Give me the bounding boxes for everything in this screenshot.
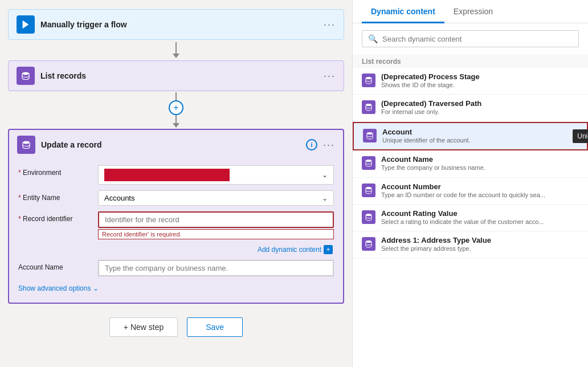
record-identifier-input[interactable] bbox=[98, 211, 334, 228]
record-identifier-error: Record identifier' is required. bbox=[98, 229, 334, 239]
update-record-more-button[interactable]: ··· bbox=[323, 139, 335, 151]
bottom-actions: + New step Save bbox=[8, 317, 344, 337]
entity-name-label: Entity Name bbox=[18, 190, 92, 202]
trigger-more-button[interactable]: ··· bbox=[324, 19, 336, 31]
new-step-button[interactable]: + New step bbox=[109, 317, 178, 337]
left-panel: Manually trigger a flow ··· List records… bbox=[0, 0, 352, 367]
dynamic-item-icon-5 bbox=[362, 210, 375, 224]
right-panel: Dynamic content Expression 🔍 List record… bbox=[352, 0, 588, 367]
dynamic-item-desc-0: Shows the ID of the stage. bbox=[381, 81, 579, 89]
dynamic-item-title-4: Account Number bbox=[381, 182, 579, 191]
svg-point-4 bbox=[366, 104, 371, 106]
plus-connector: + bbox=[169, 92, 183, 128]
dynamic-item-icon-1 bbox=[362, 100, 375, 114]
dynamic-item-icon-0 bbox=[362, 74, 375, 87]
account-name-row: Account Name bbox=[18, 260, 334, 276]
environment-label: Environment bbox=[18, 165, 92, 177]
dynamic-content-search-input[interactable] bbox=[382, 35, 573, 43]
search-icon: 🔍 bbox=[368, 34, 378, 43]
dynamic-item-content-5: Account Rating Value Select a rating to … bbox=[381, 209, 579, 226]
chevron-down-icon: ⌄ bbox=[93, 284, 99, 292]
trigger-card: Manually trigger a flow ··· bbox=[8, 9, 344, 40]
dynamic-item-title-6: Address 1: Address Type Value bbox=[381, 236, 579, 244]
environment-chevron: ⌄ bbox=[322, 171, 328, 179]
trigger-title: Manually trigger a flow bbox=[40, 20, 318, 29]
add-step-button[interactable]: + bbox=[169, 100, 183, 115]
svg-marker-0 bbox=[23, 21, 29, 28]
dynamic-item-3[interactable]: Account Name Type the company or busines… bbox=[353, 150, 588, 177]
dynamic-item-content-1: (Deprecated) Traversed Path For internal… bbox=[381, 99, 579, 116]
dynamic-item-icon-3 bbox=[362, 156, 375, 170]
account-name-label: Account Name bbox=[18, 260, 92, 271]
dynamic-item-desc-3: Type the company or business name. bbox=[381, 164, 579, 172]
tab-expression[interactable]: Expression bbox=[444, 0, 502, 23]
dynamic-item-5[interactable]: Account Rating Value Select a rating to … bbox=[353, 205, 588, 231]
panel-tabs: Dynamic content Expression bbox=[353, 0, 588, 23]
add-dynamic-icon: + bbox=[324, 245, 333, 254]
show-advanced-label: Show advanced options bbox=[18, 284, 91, 292]
dynamic-item-content-3: Account Name Type the company or busines… bbox=[381, 155, 579, 172]
info-icon[interactable]: i bbox=[306, 139, 317, 150]
entity-name-control: Accounts ⌄ bbox=[98, 190, 334, 206]
account-name-input[interactable] bbox=[98, 260, 334, 276]
svg-point-6 bbox=[366, 160, 371, 162]
dynamic-item-content-2: Account Unique identifier of the account… bbox=[382, 128, 578, 145]
record-identifier-row: Record identifier Record identifier' is … bbox=[18, 211, 334, 239]
environment-row: Environment ⌄ bbox=[18, 165, 334, 185]
dynamic-item-title-3: Account Name bbox=[381, 155, 579, 164]
dynamic-item-title-1: (Deprecated) Traversed Path bbox=[381, 99, 579, 108]
trigger-icon bbox=[17, 15, 35, 34]
entity-name-value: Accounts bbox=[104, 194, 134, 202]
add-dynamic-label: Add dynamic content bbox=[258, 246, 321, 254]
dynamic-item-4[interactable]: Account Number Type an ID number or code… bbox=[353, 178, 588, 205]
dynamic-item-0[interactable]: (Deprecated) Process Stage Shows the ID … bbox=[353, 68, 588, 95]
entity-name-row: Entity Name Accounts ⌄ bbox=[18, 190, 334, 206]
record-identifier-control: Record identifier' is required. bbox=[98, 211, 334, 239]
dynamic-item-desc-6: Select the primary address type. bbox=[381, 244, 579, 253]
update-record-card: Update a record i ··· Environment ⌄ Enti… bbox=[8, 129, 344, 304]
svg-point-3 bbox=[366, 77, 371, 79]
dynamic-item-desc-5: Select a rating to indicate the value of… bbox=[381, 218, 579, 226]
entity-name-select[interactable]: Accounts ⌄ bbox=[98, 190, 334, 206]
svg-point-9 bbox=[366, 240, 371, 243]
account-name-control bbox=[98, 260, 334, 276]
dynamic-item-1[interactable]: (Deprecated) Traversed Path For internal… bbox=[353, 95, 588, 121]
dynamic-item-title-5: Account Rating Value bbox=[381, 209, 579, 218]
section-label: List records bbox=[353, 54, 588, 68]
environment-control: ⌄ bbox=[98, 165, 334, 185]
dynamic-item-desc-1: For internal use only. bbox=[381, 108, 579, 116]
dynamic-item-icon-6 bbox=[362, 237, 375, 251]
dynamic-item-icon-4 bbox=[362, 184, 375, 197]
dynamic-item-content-6: Address 1: Address Type Value Select the… bbox=[381, 236, 579, 253]
list-records-icon bbox=[17, 67, 35, 85]
record-identifier-label: Record identifier bbox=[18, 211, 92, 223]
svg-point-7 bbox=[366, 187, 371, 189]
entity-chevron: ⌄ bbox=[322, 194, 328, 202]
update-record-icon bbox=[17, 136, 35, 154]
svg-point-8 bbox=[366, 214, 371, 216]
dynamic-item-6[interactable]: Address 1: Address Type Value Select the… bbox=[353, 231, 588, 258]
svg-point-1 bbox=[22, 72, 29, 75]
show-advanced-button[interactable]: Show advanced options ⌄ bbox=[18, 282, 334, 295]
dynamic-item-content-0: (Deprecated) Process Stage Shows the ID … bbox=[381, 72, 579, 89]
search-box: 🔍 bbox=[362, 30, 579, 47]
update-record-title: Update a record bbox=[41, 140, 300, 149]
environment-select[interactable]: ⌄ bbox=[98, 165, 334, 185]
list-records-title: List records bbox=[40, 71, 318, 80]
tab-dynamic-content[interactable]: Dynamic content bbox=[362, 0, 444, 23]
dynamic-item-content-4: Account Number Type an ID number or code… bbox=[381, 182, 579, 199]
account-tooltip: Unique identifier of the account. bbox=[573, 129, 588, 143]
dynamic-item-title-2: Account bbox=[382, 128, 578, 136]
dynamic-items-list: (Deprecated) Process Stage Shows the ID … bbox=[353, 68, 588, 367]
dynamic-item-desc-4: Type an ID number or code for the accoun… bbox=[381, 191, 579, 199]
svg-point-2 bbox=[23, 141, 30, 144]
dynamic-item-icon-2 bbox=[363, 129, 377, 142]
dynamic-item-title-0: (Deprecated) Process Stage bbox=[381, 72, 579, 81]
list-records-more-button[interactable]: ··· bbox=[324, 70, 336, 82]
dynamic-item-2[interactable]: Account Unique identifier of the account… bbox=[353, 122, 588, 150]
add-dynamic-content-button[interactable]: Add dynamic content + bbox=[18, 245, 334, 254]
update-form: Environment ⌄ Entity Name Accounts ⌄ bbox=[9, 160, 343, 303]
save-button[interactable]: Save bbox=[187, 317, 243, 337]
svg-point-5 bbox=[367, 132, 373, 134]
dynamic-item-desc-2: Unique identifier of the account. bbox=[382, 136, 578, 145]
